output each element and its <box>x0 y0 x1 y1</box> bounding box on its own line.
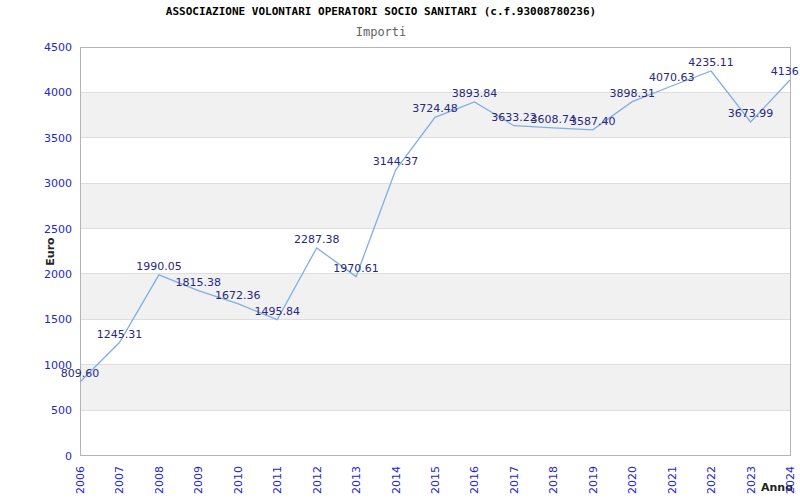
x-tick-label: 2012 <box>311 466 324 494</box>
point-label: 1990.05 <box>136 260 182 273</box>
x-tick-label: 2023 <box>745 466 758 494</box>
y-tick-label: 1500 <box>44 313 72 326</box>
x-tick-label: 2022 <box>705 466 718 494</box>
x-tick-label: 2006 <box>74 466 87 494</box>
point-label: 3724.48 <box>412 102 458 115</box>
x-tick-label: 2015 <box>429 466 442 494</box>
plot-band <box>80 183 790 228</box>
point-label: 4070.63 <box>649 71 695 84</box>
point-label: 3898.31 <box>609 87 655 100</box>
point-label: 4235.11 <box>688 56 734 69</box>
point-label: 3587.40 <box>570 115 616 128</box>
x-tick-label: 2021 <box>666 466 679 494</box>
line-plot: 809.601245.311990.051815.381672.361495.8… <box>0 0 800 500</box>
y-tick-label: 4500 <box>44 41 72 54</box>
point-label: 3144.37 <box>373 155 419 168</box>
x-tick-label: 2010 <box>232 466 245 494</box>
point-label: 1495.84 <box>254 305 300 318</box>
x-tick-label: 2024 <box>784 466 797 494</box>
point-label: 4136.0 <box>771 65 800 78</box>
point-label: 1970.61 <box>333 262 379 275</box>
x-tick-label: 2019 <box>587 466 600 494</box>
y-tick-label: 1000 <box>44 359 72 372</box>
y-tick-label: 2500 <box>44 223 72 236</box>
y-tick-label: 2000 <box>44 268 72 281</box>
plot-band <box>80 365 790 410</box>
y-tick-label: 0 <box>65 450 72 463</box>
y-tick-label: 4000 <box>44 86 72 99</box>
chart-container: ASSOCIAZIONE VOLONTARI OPERATORI SOCIO S… <box>0 0 800 500</box>
x-tick-label: 2009 <box>192 466 205 494</box>
x-tick-label: 2007 <box>113 466 126 494</box>
point-label: 1245.31 <box>97 328 143 341</box>
x-tick-label: 2008 <box>153 466 166 494</box>
x-tick-label: 2016 <box>468 466 481 494</box>
point-label: 3893.84 <box>452 87 498 100</box>
point-label: 1672.36 <box>215 289 261 302</box>
x-tick-label: 2014 <box>390 466 403 494</box>
y-tick-label: 3000 <box>44 177 72 190</box>
x-tick-label: 2011 <box>271 466 284 494</box>
point-label: 1815.38 <box>176 276 222 289</box>
point-label: 3673.99 <box>728 107 774 120</box>
x-tick-label: 2018 <box>547 466 560 494</box>
x-tick-label: 2017 <box>508 466 521 494</box>
y-tick-label: 3500 <box>44 132 72 145</box>
point-label: 2287.38 <box>294 233 340 246</box>
y-tick-label: 500 <box>51 404 72 417</box>
x-tick-label: 2013 <box>350 466 363 494</box>
x-tick-label: 2020 <box>626 466 639 494</box>
